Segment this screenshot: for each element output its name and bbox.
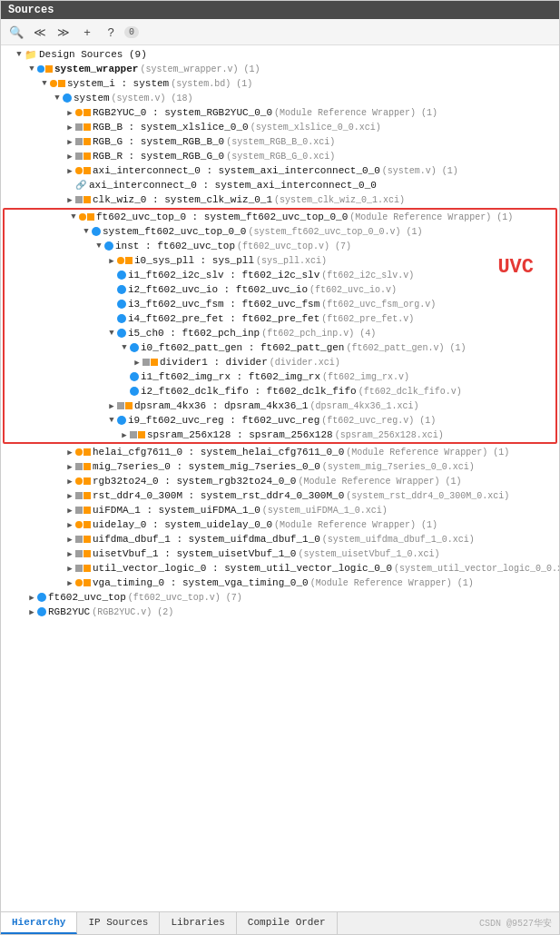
collapse-all-button[interactable]: ≪ — [30, 22, 50, 42]
tab-hierarchy[interactable]: Hierarchy — [1, 912, 77, 934]
rgb2yuc-item[interactable]: ▶ RGB2YUC_0 : system_RGB2YUC_0_0 (Module… — [1, 105, 559, 120]
sys-ft602-item[interactable]: ▼ system_ft602_uvc_top_0_0 (system_ft602… — [5, 224, 555, 239]
mig-icons — [75, 463, 91, 470]
i1-item[interactable]: i1_ft602_i2c_slv : ft602_i2c_slv (ft602_… — [5, 268, 555, 282]
i1-img-label: i1_ft602_img_rx : ft602_img_rx — [141, 371, 320, 382]
rst-ddr-sub: (system_rst_ddr4_0_300M_0.xci) — [346, 491, 509, 501]
spsram-item[interactable]: ▶ spsram_256x128 : spsram_256x128 (spsra… — [5, 428, 555, 442]
rgb-g-item[interactable]: ▶ RGB_G : system_RGB_B_0 (system_RGB_B_0… — [1, 134, 559, 149]
help-button[interactable]: ? — [101, 22, 121, 42]
rgb2yuc-bottom-sub: (RGB2YUC.v) (2) — [92, 607, 173, 617]
arrow-system-wrapper: ▼ — [26, 64, 37, 74]
clk-wiz-item[interactable]: ▶ clk_wiz_0 : system_clk_wiz_0_1 (system… — [1, 192, 559, 207]
system-wrapper-icons — [37, 65, 53, 73]
system-i-item[interactable]: ▼ system_i : system (system.bd) (1) — [1, 76, 559, 91]
rgb32-icons — [75, 477, 91, 485]
i1-img-icon — [130, 372, 139, 381]
vga-timing-item[interactable]: ▶ vga_timing_0 : system_vga_timing_0_0 (… — [1, 576, 559, 590]
i3-item[interactable]: i3_ft602_uvc_fsm : ft602_uvc_fsm (ft602_… — [5, 297, 555, 311]
arrow-clk-wiz: ▶ — [64, 195, 75, 205]
system-icon — [63, 94, 72, 103]
i2-item[interactable]: i2_ft602_uvc_io : ft602_uvc_io (ft602_uv… — [5, 282, 555, 297]
arrow-uisetvbuf: ▶ — [64, 549, 75, 559]
system-item[interactable]: ▼ system (system.v) (18) — [1, 91, 559, 105]
arrow-uifdma-dbuf: ▶ — [64, 535, 75, 545]
i0-sys-pll-item[interactable]: ▶ i0_sys_pll : sys_pll (sys_pll.xci) — [5, 253, 555, 268]
rgb2yuc-bottom-icon — [37, 607, 46, 616]
rgb-r-label: RGB_R : system_RGB_G_0 — [93, 151, 224, 162]
i5-item[interactable]: ▼ i5_ch0 : ft602_pch_inp (ft602_pch_inp.… — [5, 326, 555, 340]
rgb-r-item[interactable]: ▶ RGB_R : system_RGB_G_0 (system_RGB_G_0… — [1, 149, 559, 163]
rgb32to24-item[interactable]: ▶ rgb32to24_0 : system_rgb32to24_0_0 (Mo… — [1, 474, 559, 488]
sys-ft602-sub: (system_ft602_uvc_top_0_0.v) (1) — [248, 227, 422, 237]
arrow-uidelay: ▶ — [64, 520, 75, 530]
mig-item[interactable]: ▶ mig_7series_0 : system_mig_7series_0_0… — [1, 459, 559, 474]
system-wrapper-label: system_wrapper — [54, 64, 138, 74]
rgb32-sub: (Module Reference Wrapper) (1) — [298, 477, 461, 487]
i2-dclk-item[interactable]: i2_ft602_dclk_fifo : ft602_dclk_fifo (ft… — [5, 384, 555, 399]
arrow-inst-ft602: ▼ — [93, 241, 104, 251]
uidelay-item[interactable]: ▶ uidelay_0 : system_uidelay_0_0 (Module… — [1, 517, 559, 532]
uifdma-dbuf-sub: (system_uifdma_dbuf_1_0.xci) — [322, 535, 475, 545]
uifdma-dbuf-icons — [75, 536, 91, 543]
axi-link-item[interactable]: 🔗 axi_interconnect_0 : system_axi_interc… — [1, 178, 559, 192]
expand-all-button[interactable]: ≫ — [54, 22, 74, 42]
uisetvbuf-sub: (system_uisetVbuf_1_0.xci) — [298, 549, 439, 559]
arrow-system-i: ▼ — [39, 79, 50, 88]
arrow-mig: ▶ — [64, 462, 75, 472]
design-sources-root[interactable]: ▼ 📁 Design Sources (9) — [1, 47, 559, 62]
i4-item[interactable]: i4_ft602_pre_fet : ft602_pre_fet (ft602_… — [5, 311, 555, 326]
arrow-divider1: ▶ — [132, 358, 142, 368]
i1-sub: (ft602_i2c_slv.v) — [321, 271, 414, 280]
rgb2yuc-bottom-item[interactable]: ▶ RGB2YUC (RGB2YUC.v) (2) — [1, 605, 559, 619]
arrow-dpsram: ▶ — [106, 401, 117, 411]
divider1-item[interactable]: ▶ divider1 : divider (divider.xci) — [5, 355, 555, 369]
arrow-rgb2yuc-bottom: ▶ — [26, 607, 37, 617]
credit-text: CSDN @9527华安 — [338, 912, 559, 934]
rgb2yuc-label: RGB2YUC_0 : system_RGB2YUC_0_0 — [93, 107, 272, 118]
rgb-b-item[interactable]: ▶ RGB_B : system_xlslice_0_0 (system_xls… — [1, 120, 559, 134]
rgb2yuc-sub: (Module Reference Wrapper) (1) — [274, 108, 437, 118]
system-i-label: system_i : system — [67, 78, 169, 89]
dpsram-item[interactable]: ▶ dpsram_4kx36 : dpsram_4kx36_1 (dpsram_… — [5, 399, 555, 413]
divider1-label: divider1 : divider — [160, 357, 268, 368]
rst-ddr-icons — [75, 492, 91, 499]
ft602-top-item[interactable]: ▶ ft602_uvc_top (ft602_uvc_top.v) (7) — [1, 590, 559, 605]
util-vector-sub: (system_util_vector_logic_0_0.xci) — [394, 564, 559, 574]
system-wrapper-item[interactable]: ▼ system_wrapper (system_wrapper.v) (1) — [1, 62, 559, 76]
uifdma-item[interactable]: ▶ uiFDMA_1 : system_uiFDMA_1_0 (system_u… — [1, 503, 559, 517]
tab-bar: Hierarchy IP Sources Libraries Compile O… — [1, 911, 559, 934]
axi-link-label: axi_interconnect_0 : system_axi_intercon… — [89, 180, 377, 191]
i9-icon — [117, 416, 126, 425]
uifdma-label: uiFDMA_1 : system_uiFDMA_1_0 — [93, 505, 260, 516]
helai-item[interactable]: ▶ helai_cfg7611_0 : system_helai_cfg7611… — [1, 445, 559, 459]
uifdma-dbuf-item[interactable]: ▶ uifdma_dbuf_1 : system_uifdma_dbuf_1_0… — [1, 532, 559, 546]
tab-ip-sources[interactable]: IP Sources — [77, 912, 160, 934]
tab-compile-order[interactable]: Compile Order — [237, 912, 338, 934]
rst-ddr-item[interactable]: ▶ rst_ddr4_0_300M : system_rst_ddr4_0_30… — [1, 488, 559, 503]
spsram-sub: (spsram_256x128.xci) — [335, 430, 444, 440]
vga-timing-sub: (Module Reference Wrapper) (1) — [310, 578, 474, 588]
rgb-b-sub: (system_xlslice_0_0.xci) — [251, 123, 381, 133]
mig-sub: (system_mig_7series_0_0.xci) — [322, 462, 475, 472]
uidelay-icons — [75, 521, 91, 528]
util-vector-item[interactable]: ▶ util_vector_logic_0 : system_util_vect… — [1, 561, 559, 576]
i9-item[interactable]: ▼ i9_ft602_uvc_reg : ft602_uvc_reg (ft60… — [5, 413, 555, 428]
tree-container[interactable]: UVC ▼ 📁 Design Sources (9) ▼ system_wrap… — [1, 45, 559, 911]
arrow-rgb32: ▶ — [64, 477, 75, 487]
add-sources-button[interactable]: + — [77, 22, 97, 42]
inst-ft602-item[interactable]: ▼ inst : ft602_uvc_top (ft602_uvc_top.v)… — [5, 239, 555, 253]
tab-libraries[interactable]: Libraries — [160, 912, 236, 934]
i0-patt-gen-item[interactable]: ▼ i0_ft602_patt_gen : ft602_patt_gen (ft… — [5, 340, 555, 355]
i1-img-rx-item[interactable]: i1_ft602_img_rx : ft602_img_rx (ft602_im… — [5, 369, 555, 384]
i1-img-sub: (ft602_img_rx.v) — [322, 372, 409, 382]
rgb-g-icons — [75, 138, 91, 145]
ft602-uvc-top0-item[interactable]: ▼ ft602_uvc_top_0 : system_ft602_uvc_top… — [5, 210, 555, 224]
i0-label: i0_sys_pll : sys_pll — [134, 255, 254, 266]
axi-interconnect-item[interactable]: ▶ axi_interconnect_0 : system_axi_interc… — [1, 163, 559, 178]
i2-label: i2_ft602_uvc_io : ft602_uvc_io — [128, 284, 308, 295]
search-button[interactable]: 🔍 — [6, 22, 26, 42]
uidelay-label: uidelay_0 : system_uidelay_0_0 — [93, 519, 272, 530]
uisetvbuf-item[interactable]: ▶ uisetVbuf_1 : system_uisetVbuf_1_0 (sy… — [1, 546, 559, 561]
arrow-spsram: ▶ — [119, 430, 130, 440]
